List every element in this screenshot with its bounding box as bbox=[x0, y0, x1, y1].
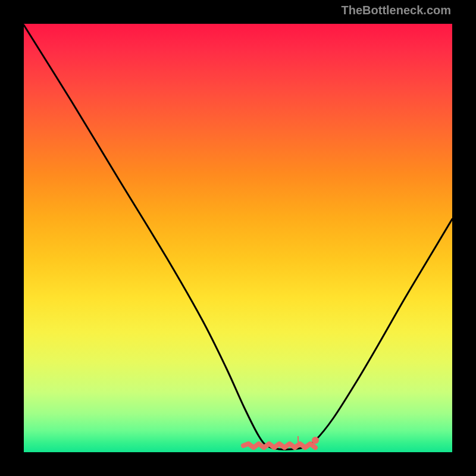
chart-svg bbox=[24, 24, 452, 452]
accent-dot bbox=[312, 437, 319, 444]
valley-tick bbox=[298, 436, 299, 442]
watermark-text: TheBottleneck.com bbox=[342, 4, 451, 17]
bottleneck-curve bbox=[24, 25, 452, 450]
valley-squiggle bbox=[243, 444, 315, 447]
chart-frame: TheBottleneck.com bbox=[0, 0, 476, 476]
bottleneck-plot bbox=[24, 24, 452, 452]
